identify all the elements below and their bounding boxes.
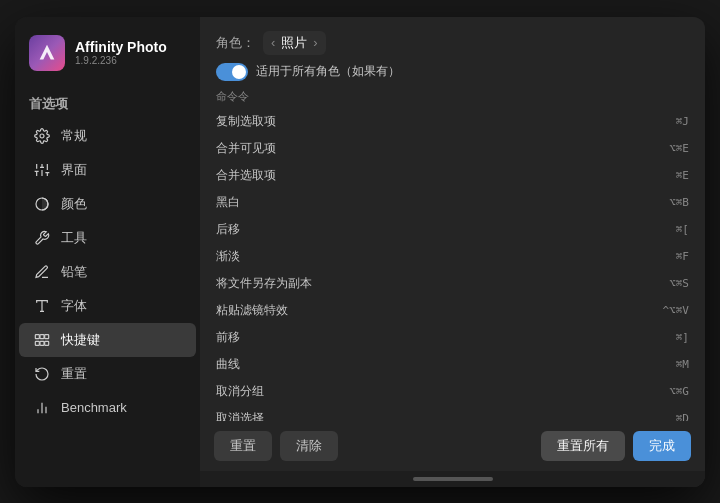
command-row[interactable]: 后移⌘[ xyxy=(208,216,697,243)
command-shortcut: ⌘E xyxy=(676,169,689,182)
command-row[interactable]: 渐淡⌘F xyxy=(208,243,697,270)
command-row[interactable]: 粘贴滤镜特效^⌥⌘V xyxy=(208,297,697,324)
command-row[interactable]: 合并选取项⌘E xyxy=(208,162,697,189)
command-row[interactable]: 合并可见项⌥⌘E xyxy=(208,135,697,162)
command-shortcut: ^⌥⌘V xyxy=(663,304,690,317)
command-shortcut: ⌘] xyxy=(676,331,689,344)
sidebar-label-font: 字体 xyxy=(61,297,87,315)
sidebar-label-general: 常规 xyxy=(61,127,87,145)
command-row[interactable]: 前移⌘] xyxy=(208,324,697,351)
command-row[interactable]: 将文件另存为副本⌥⌘S xyxy=(208,270,697,297)
apply-all-toggle[interactable] xyxy=(216,63,248,81)
command-shortcut: ⌥⌘G xyxy=(669,385,689,398)
wrench-icon xyxy=(33,229,51,247)
command-list[interactable]: 复制选取项⌘J合并可见项⌥⌘E合并选取项⌘E黑白⌥⌘B后移⌘[渐淡⌘F将文件另存… xyxy=(200,108,705,421)
clear-button[interactable]: 清除 xyxy=(280,431,338,461)
sidebar-item-benchmark[interactable]: Benchmark xyxy=(19,391,196,425)
done-button[interactable]: 完成 xyxy=(633,431,691,461)
command-shortcut: ⌘[ xyxy=(676,223,689,236)
command-name: 粘贴滤镜特效 xyxy=(216,302,288,319)
command-row[interactable]: 取消选择⌘D xyxy=(208,405,697,421)
sidebar-item-interface[interactable]: 界面 xyxy=(19,153,196,187)
app-header: Affinity Photo 1.9.2.236 xyxy=(15,17,200,85)
command-name: 取消选择 xyxy=(216,410,264,421)
svg-rect-17 xyxy=(40,341,44,345)
gear-icon xyxy=(33,127,51,145)
command-name: 后移 xyxy=(216,221,240,238)
shortcuts-icon xyxy=(33,331,51,349)
breadcrumb-back[interactable]: ‹ xyxy=(269,35,277,50)
toggle-row: 适用于所有角色（如果有） xyxy=(216,63,689,81)
app-window: Affinity Photo 1.9.2.236 首选项 常规 界面 xyxy=(15,17,705,487)
command-name: 复制选取项 xyxy=(216,113,276,130)
sidebar-label-color: 颜色 xyxy=(61,195,87,213)
command-column-header: 命令令 xyxy=(200,81,705,108)
role-label: 角色： xyxy=(216,34,255,52)
reset-button[interactable]: 重置 xyxy=(214,431,272,461)
command-shortcut: ⌥⌘S xyxy=(669,277,689,290)
sidebar-item-font[interactable]: 字体 xyxy=(19,289,196,323)
command-name: 合并可见项 xyxy=(216,140,276,157)
home-indicator xyxy=(413,477,493,481)
sidebar-label-tools: 工具 xyxy=(61,229,87,247)
command-name: 渐淡 xyxy=(216,248,240,265)
svg-rect-14 xyxy=(40,334,44,338)
breadcrumb-nav[interactable]: ‹ 照片 › xyxy=(263,31,326,55)
command-shortcut: ⌘F xyxy=(676,250,689,263)
command-row[interactable]: 复制选取项⌘J xyxy=(208,108,697,135)
app-version: 1.9.2.236 xyxy=(75,55,167,66)
sliders-icon xyxy=(33,161,51,179)
toggle-label: 适用于所有角色（如果有） xyxy=(256,63,400,80)
command-name: 取消分组 xyxy=(216,383,264,400)
footer-right: 重置所有 完成 xyxy=(541,431,691,461)
sidebar: Affinity Photo 1.9.2.236 首选项 常规 界面 xyxy=(15,17,200,487)
app-icon xyxy=(29,35,65,71)
sidebar-item-general[interactable]: 常规 xyxy=(19,119,196,153)
command-shortcut: ⌥⌘B xyxy=(669,196,689,209)
content-header: 角色： ‹ 照片 › 适用于所有角色（如果有） xyxy=(200,17,705,81)
sidebar-label-reset: 重置 xyxy=(61,365,87,383)
app-title-block: Affinity Photo 1.9.2.236 xyxy=(75,39,167,67)
footer-left: 重置 清除 xyxy=(214,431,338,461)
content-footer: 重置 清除 重置所有 完成 xyxy=(200,421,705,471)
command-name: 曲线 xyxy=(216,356,240,373)
svg-rect-16 xyxy=(35,341,39,345)
command-name: 合并选取项 xyxy=(216,167,276,184)
color-icon xyxy=(33,195,51,213)
command-shortcut: ⌥⌘E xyxy=(669,142,689,155)
command-name: 将文件另存为副本 xyxy=(216,275,312,292)
sidebar-item-tools[interactable]: 工具 xyxy=(19,221,196,255)
command-name: 黑白 xyxy=(216,194,240,211)
sidebar-label-pencil: 铅笔 xyxy=(61,263,87,281)
svg-rect-13 xyxy=(35,334,39,338)
app-name: Affinity Photo xyxy=(75,39,167,56)
sidebar-label-interface: 界面 xyxy=(61,161,87,179)
command-row[interactable]: 黑白⌥⌘B xyxy=(208,189,697,216)
reset-icon xyxy=(33,365,51,383)
svg-point-0 xyxy=(40,134,44,138)
sidebar-item-color[interactable]: 颜色 xyxy=(19,187,196,221)
command-row[interactable]: 取消分组⌥⌘G xyxy=(208,378,697,405)
reset-all-button[interactable]: 重置所有 xyxy=(541,431,625,461)
svg-rect-18 xyxy=(45,341,49,345)
command-name: 前移 xyxy=(216,329,240,346)
chart-icon xyxy=(33,399,51,417)
command-shortcut: ⌘D xyxy=(676,412,689,421)
breadcrumb-current[interactable]: 照片 xyxy=(279,34,309,52)
sidebar-item-pencil[interactable]: 铅笔 xyxy=(19,255,196,289)
pencil-icon xyxy=(33,263,51,281)
command-shortcut: ⌘M xyxy=(676,358,689,371)
sidebar-item-reset[interactable]: 重置 xyxy=(19,357,196,391)
command-shortcut: ⌘J xyxy=(676,115,689,128)
main-content: 角色： ‹ 照片 › 适用于所有角色（如果有） 命令令 复制选取项⌘J合并可见项… xyxy=(200,17,705,487)
font-icon xyxy=(33,297,51,315)
role-row: 角色： ‹ 照片 › xyxy=(216,31,689,55)
sidebar-label-benchmark: Benchmark xyxy=(61,400,127,415)
sidebar-section-label: 首选项 xyxy=(15,85,200,119)
svg-rect-15 xyxy=(45,334,49,338)
sidebar-label-shortcuts: 快捷键 xyxy=(61,331,100,349)
breadcrumb-forward[interactable]: › xyxy=(311,35,319,50)
command-row[interactable]: 曲线⌘M xyxy=(208,351,697,378)
bottom-bar xyxy=(200,471,705,487)
sidebar-item-shortcuts[interactable]: 快捷键 xyxy=(19,323,196,357)
